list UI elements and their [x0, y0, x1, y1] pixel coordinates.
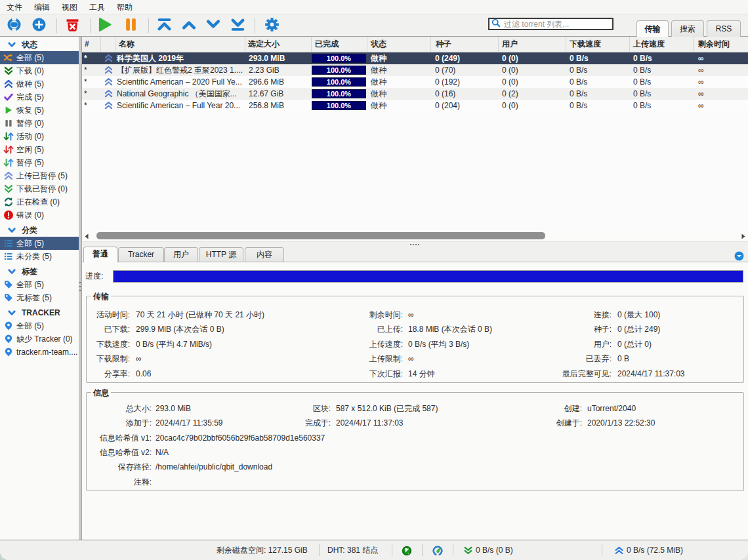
view-tab-search[interactable]: 搜索 — [671, 20, 704, 37]
information-groupbox: 信息 总大小:293.0 MiB添加于:2024/4/17 11:35:59信息… — [86, 392, 744, 491]
sidebar-item[interactable]: 未分类 (5) — [0, 250, 79, 263]
torrent-row[interactable]: * Scientific American – Full Year 20...2… — [82, 100, 748, 111]
sidebar-item[interactable]: 活动 (0) — [0, 130, 79, 143]
torrent-cell: 296.6 MiB — [245, 76, 312, 88]
add-link-button[interactable] — [4, 16, 24, 33]
sidebar-item[interactable]: tracker.m-team.... — [0, 346, 79, 359]
transfer-label: 已丢弃: — [87, 351, 612, 366]
delete-button[interactable] — [62, 16, 82, 33]
details-tab-http-sources[interactable]: HTTP 源 — [199, 247, 243, 262]
scrollbar-thumb[interactable] — [96, 232, 545, 239]
completed-icon — [3, 92, 14, 102]
torrent-cell: * — [82, 64, 101, 76]
sidebar-item[interactable]: 上传已暂停 (5) — [0, 169, 79, 182]
move-top-button[interactable] — [154, 16, 174, 33]
column-header-name[interactable]: 名称 — [115, 37, 245, 52]
sidebar-section-trackers[interactable]: TRACKER — [0, 306, 79, 319]
menu-file[interactable]: 文件 — [1, 0, 28, 14]
menu-help[interactable]: 帮助 — [111, 0, 138, 14]
sidebar-section-categories[interactable]: 分类 — [0, 224, 79, 237]
torrent-cell: 0 (2) — [499, 88, 566, 100]
torrent-cell: 0 B/s — [566, 64, 630, 76]
move-down-button[interactable] — [203, 16, 223, 33]
move-bottom-button[interactable] — [228, 16, 247, 33]
menu-view[interactable]: 视图 — [56, 0, 83, 14]
torrent-cell: 0 (70) — [431, 64, 499, 76]
info-row: 注释: — [87, 475, 743, 489]
sidebar-item[interactable]: 恢复 (5) — [0, 104, 79, 117]
collapse-panel-icon[interactable] — [734, 251, 744, 261]
resume-button[interactable] — [94, 16, 114, 33]
sidebar-section-title: 标签 — [22, 266, 37, 277]
stalled-up-icon — [3, 170, 14, 181]
pause-button[interactable] — [121, 16, 140, 33]
sidebar-item[interactable]: 错误 (0) — [0, 209, 79, 222]
toolbar-separator — [148, 18, 149, 33]
transfer-label: 用户: — [87, 337, 612, 351]
column-header-dlspeed[interactable]: 下载速度 — [566, 37, 630, 52]
status-bar: 剩余磁盘空间: 127.15 GiBDHT: 381 结点 0 B/s (0 B… — [0, 540, 748, 560]
sidebar-item[interactable]: 下载 (0) — [0, 64, 79, 77]
sidebar-section-tags[interactable]: 标签 — [0, 265, 79, 278]
search-box[interactable] — [488, 18, 613, 30]
sidebar-item-label: 无标签 (5) — [16, 292, 52, 304]
column-header-done[interactable]: 已完成 — [312, 37, 367, 52]
sidebar-item[interactable]: 暂停 (5) — [0, 156, 79, 169]
torrent-row[interactable]: * National Geographic （美国国家...12.67 GiB1… — [82, 88, 748, 100]
scroll-left-arrow[interactable] — [83, 232, 91, 240]
torrent-row[interactable]: * 科学美国人 2019年293.0 MiB100.0%做种0 (249)0 (… — [82, 52, 748, 64]
sidebar-section-status[interactable]: 状态 — [0, 38, 79, 51]
menu-tools[interactable]: 工具 — [83, 0, 111, 14]
details-tab-trackers[interactable]: Tracker — [118, 247, 164, 262]
scroll-right-arrow[interactable] — [739, 232, 747, 240]
torrent-filter-input[interactable] — [504, 20, 612, 29]
sidebar-item[interactable]: 正在检查 (0) — [0, 195, 79, 209]
horizontal-scrollbar[interactable] — [82, 231, 748, 241]
column-header-upspeed[interactable]: 上传速度 — [630, 37, 694, 52]
torrent-progress-cell: 100.0% — [312, 88, 367, 100]
column-header-peers[interactable]: 用户 — [499, 37, 566, 52]
globe-icon[interactable] — [402, 546, 412, 556]
sidebar-item[interactable]: 全部 (5) — [0, 319, 79, 332]
column-header-size[interactable]: 选定大小 — [245, 37, 312, 52]
sidebar-item[interactable]: 做种 (5) — [0, 77, 79, 90]
torrent-cell: 做种 — [367, 76, 431, 88]
sidebar-item[interactable]: 缺少 Tracker (0) — [0, 332, 79, 346]
sidebar-item[interactable]: 全部 (5) — [0, 278, 79, 291]
menu-edit[interactable]: 编辑 — [28, 0, 56, 14]
add-torrent-button[interactable] — [29, 16, 49, 33]
info-row: 信息哈希值 v2:N/A — [87, 445, 743, 460]
column-header-number[interactable]: # — [82, 37, 101, 52]
tag-icon — [3, 292, 14, 303]
details-tab-peers[interactable]: 用户 — [164, 247, 198, 262]
transfer-groupbox: 传输 活动时间:70 天 21 小时 (已做种 70 天 21 小时)已下载:2… — [86, 296, 744, 383]
view-tab-rss[interactable]: RSS — [707, 20, 741, 37]
pane-splitter[interactable] — [82, 241, 748, 247]
row-progress-bar: 100.0% — [312, 66, 366, 75]
details-tab-content[interactable]: 内容 — [245, 247, 284, 262]
column-header-eta[interactable]: 剩余时间 — [694, 37, 748, 52]
sidebar-item[interactable]: 完成 (5) — [0, 90, 79, 104]
torrent-row[interactable]: * 【扩展版】红色警戒2 重聚2023 1....2.23 GiB100.0%做… — [82, 64, 748, 76]
sidebar-item[interactable]: 暂停 (0) — [0, 117, 79, 130]
sidebar-item[interactable]: 全部 (5) — [0, 51, 79, 64]
column-header-seeds[interactable]: 种子 — [431, 37, 499, 52]
sidebar-item[interactable]: 无标签 (5) — [0, 291, 79, 304]
details-tab-general[interactable]: 普通 — [83, 247, 117, 262]
options-button[interactable] — [262, 16, 281, 33]
paused-icon — [3, 118, 14, 129]
details-content: 进度: 传输 活动时间:70 天 21 小时 (已做种 70 天 21 小时)已… — [82, 262, 748, 540]
torrent-row[interactable]: * Scientific American – 2020 Full Ye...2… — [82, 76, 748, 88]
torrent-status-cell — [101, 88, 115, 100]
view-tab-transfers[interactable]: 传输 — [636, 20, 669, 37]
column-header-status[interactable]: 状态 — [367, 37, 431, 52]
column-header-icon[interactable] — [101, 37, 115, 52]
speed-icon[interactable] — [432, 546, 443, 556]
torrent-cell: 293.0 MiB — [245, 52, 312, 64]
move-up-button[interactable] — [179, 16, 199, 33]
sidebar-section-title: 分类 — [22, 225, 37, 236]
sidebar-item[interactable]: 全部 (5) — [0, 237, 79, 250]
sidebar-item[interactable]: 下载已暂停 (0) — [0, 182, 79, 195]
sidebar-item[interactable]: 空闲 (5) — [0, 143, 79, 156]
sidebar-item-label: 恢复 (5) — [16, 105, 44, 116]
